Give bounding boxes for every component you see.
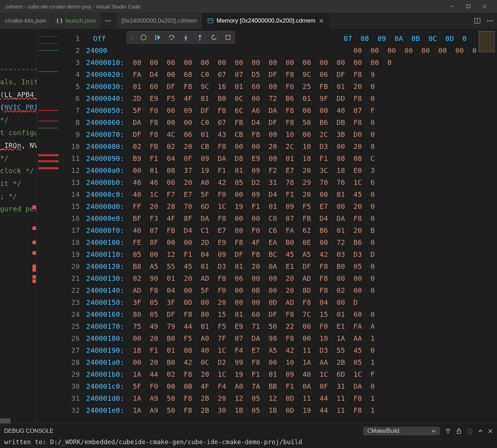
svg-point-15 bbox=[491, 20, 492, 21]
filter-icon[interactable] bbox=[445, 428, 451, 434]
preview-icon bbox=[207, 18, 214, 24]
chevron-up-icon[interactable] bbox=[478, 429, 483, 434]
continue-button[interactable] bbox=[140, 34, 147, 41]
svg-rect-7 bbox=[208, 19, 213, 23]
line-number-gutter: 1234567891011121314151617181920212223242… bbox=[61, 29, 86, 423]
source-editor-pane[interactable]: ---------------------------als, Initiali… bbox=[0, 29, 61, 423]
svg-point-4 bbox=[105, 20, 106, 21]
svg-rect-36 bbox=[469, 430, 472, 434]
svg-point-13 bbox=[487, 20, 488, 21]
clear-icon[interactable] bbox=[467, 428, 473, 434]
tab-launch-json[interactable]: { } launch.json bbox=[51, 13, 101, 29]
horizontal-scrollbar[interactable] bbox=[0, 418, 11, 423]
tab-label: [0x24000000,0x200].cdmem bbox=[122, 17, 197, 24]
memory-overview-ruler[interactable] bbox=[477, 29, 497, 423]
svg-point-20 bbox=[130, 39, 131, 40]
svg-point-25 bbox=[171, 38, 172, 40]
svg-point-14 bbox=[489, 20, 490, 21]
chevron-down-icon bbox=[431, 429, 436, 434]
svg-rect-30 bbox=[226, 35, 230, 40]
tab-overflow-button[interactable] bbox=[101, 13, 115, 29]
svg-point-17 bbox=[132, 35, 133, 36]
panel-header: DEBUG CONSOLE CMake/Build bbox=[0, 423, 497, 438]
svg-point-18 bbox=[130, 37, 131, 38]
svg-point-22 bbox=[141, 35, 146, 40]
debug-console-tab[interactable]: DEBUG CONSOLE bbox=[4, 428, 54, 434]
minimize-button[interactable] bbox=[444, 0, 460, 13]
svg-point-27 bbox=[185, 39, 186, 41]
tab-label: cmake-kits.json bbox=[5, 17, 46, 24]
svg-point-16 bbox=[130, 35, 131, 36]
maximize-button[interactable] bbox=[460, 0, 477, 13]
tab-memory-cdmem[interactable]: Memory [0x24000000,0x200].cdmem bbox=[202, 13, 329, 29]
debug-toolbar bbox=[127, 31, 235, 44]
svg-point-21 bbox=[132, 39, 133, 40]
stop-button[interactable] bbox=[224, 34, 232, 41]
close-panel-icon[interactable] bbox=[488, 429, 493, 434]
lock-icon[interactable] bbox=[456, 428, 462, 434]
close-icon[interactable] bbox=[319, 18, 324, 23]
step-out-button[interactable] bbox=[196, 34, 204, 41]
drag-handle-icon[interactable] bbox=[130, 35, 133, 40]
svg-rect-34 bbox=[457, 431, 461, 434]
close-button[interactable] bbox=[477, 0, 493, 13]
tab-cmake-kits[interactable]: cmake-kits.json bbox=[0, 13, 51, 29]
tab-cdmem-preview[interactable]: [0x24000000,0x200].cdmem bbox=[117, 13, 203, 29]
more-actions-button[interactable] bbox=[486, 17, 493, 24]
svg-point-5 bbox=[108, 20, 109, 21]
svg-point-29 bbox=[199, 39, 201, 41]
console-output-line: written to: D:/_WORK/embedded/cubeide-cm… bbox=[0, 438, 497, 448]
json-icon: { } bbox=[56, 17, 63, 24]
svg-point-19 bbox=[132, 37, 133, 38]
svg-rect-1 bbox=[467, 5, 470, 8]
error-overview-ruler bbox=[32, 29, 36, 423]
memory-view-pane[interactable]: 1234567891011121314151617181920212223242… bbox=[61, 29, 497, 423]
step-into-button[interactable] bbox=[182, 34, 190, 41]
tab-label: Memory [0x24000000,0x200].cdmem bbox=[216, 17, 315, 24]
svg-point-6 bbox=[110, 20, 111, 21]
task-selector[interactable]: CMake/Build bbox=[363, 427, 440, 435]
titlebar: .cdmem - cube-ide-cmake-demo-proj - Visu… bbox=[0, 0, 497, 13]
step-over-button[interactable] bbox=[168, 34, 176, 41]
restart-button[interactable] bbox=[210, 34, 218, 41]
task-label: CMake/Build bbox=[367, 428, 399, 434]
split-editor-button[interactable] bbox=[474, 17, 481, 24]
tabbar: cmake-kits.json { } launch.json [0x24000… bbox=[0, 13, 497, 29]
window-title: .cdmem - cube-ide-cmake-demo-proj - Visu… bbox=[4, 4, 444, 10]
pause-button[interactable] bbox=[154, 34, 161, 41]
memory-content[interactable]: Off 07 08 09 0A 0B 0C 0D 024000 00 00 00… bbox=[86, 29, 477, 423]
svg-rect-35 bbox=[468, 429, 471, 433]
tab-label: launch.json bbox=[66, 17, 96, 24]
minimap[interactable] bbox=[37, 29, 61, 423]
